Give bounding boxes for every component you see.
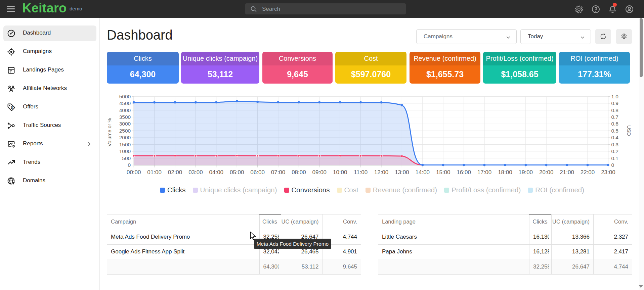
svg-text:08:00: 08:00 (292, 169, 306, 176)
svg-text:13:00: 13:00 (395, 169, 409, 176)
svg-text:05:00: 05:00 (230, 169, 244, 176)
svg-text:0.3: 0.3 (611, 142, 618, 147)
svg-text:21:00: 21:00 (560, 169, 574, 176)
svg-text:500: 500 (122, 155, 131, 161)
svg-text:01:00: 01:00 (147, 169, 162, 176)
svg-text:0.2: 0.2 (611, 148, 618, 154)
svg-text:2500: 2500 (119, 128, 131, 134)
svg-text:USD: USD (626, 125, 632, 136)
svg-text:09:00: 09:00 (312, 169, 327, 176)
svg-text:14:00: 14:00 (416, 169, 430, 176)
svg-text:22:00: 22:00 (581, 169, 595, 176)
svg-text:23:00: 23:00 (601, 169, 615, 176)
svg-text:0: 0 (128, 162, 131, 168)
svg-text:1.0: 1.0 (611, 94, 618, 99)
svg-text:0: 0 (611, 162, 614, 168)
svg-text:0.1: 0.1 (611, 155, 618, 161)
svg-text:2000: 2000 (119, 135, 131, 140)
svg-text:12:00: 12:00 (374, 169, 389, 176)
svg-text:17:00: 17:00 (477, 169, 492, 176)
svg-text:3500: 3500 (119, 114, 131, 120)
svg-text:1500: 1500 (119, 142, 131, 147)
svg-text:0.4: 0.4 (611, 135, 618, 140)
svg-text:0.9: 0.9 (611, 100, 618, 106)
svg-text:19:00: 19:00 (519, 169, 533, 176)
svg-text:4000: 4000 (119, 107, 131, 113)
svg-text:16:00: 16:00 (457, 169, 471, 176)
svg-text:03:00: 03:00 (188, 169, 203, 176)
svg-text:07:00: 07:00 (271, 169, 286, 176)
svg-text:$: $ (11, 106, 13, 109)
svg-text:4500: 4500 (119, 100, 131, 106)
svg-text:0.8: 0.8 (611, 107, 618, 113)
svg-text:0.7: 0.7 (611, 114, 618, 120)
svg-text:00:00: 00:00 (127, 169, 141, 176)
svg-text:Volume or %: Volume or % (107, 118, 112, 146)
svg-text:1000: 1000 (119, 148, 131, 154)
svg-text:11:00: 11:00 (354, 169, 368, 176)
svg-text:20:00: 20:00 (539, 169, 554, 176)
svg-text:0.5: 0.5 (611, 128, 618, 134)
svg-text:02:00: 02:00 (168, 169, 182, 176)
svg-text:10:00: 10:00 (333, 169, 347, 176)
svg-text:5000: 5000 (119, 94, 131, 99)
svg-text:06:00: 06:00 (250, 169, 265, 176)
svg-text:0.6: 0.6 (611, 121, 618, 127)
svg-text:04:00: 04:00 (209, 169, 224, 176)
svg-text:15:00: 15:00 (436, 169, 450, 176)
svg-text:18:00: 18:00 (498, 169, 512, 176)
svg-text:3000: 3000 (119, 121, 131, 127)
